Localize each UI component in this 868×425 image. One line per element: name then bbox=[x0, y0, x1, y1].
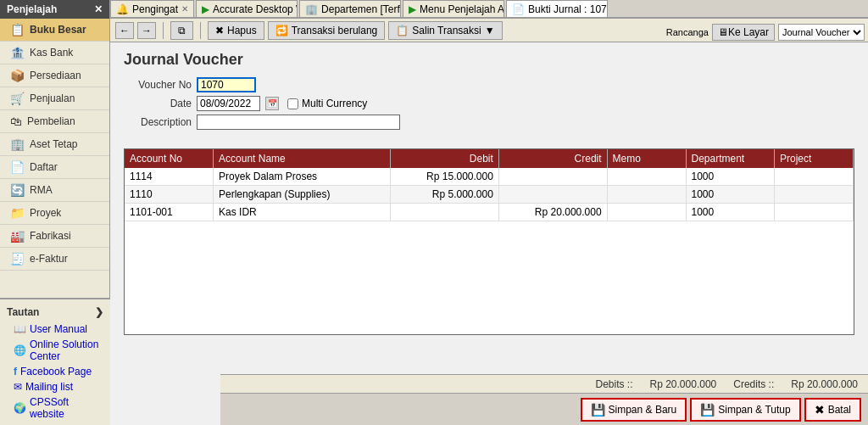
online-solution-icon: 🌐 bbox=[14, 344, 26, 356]
sidebar-link-online-solution[interactable]: 🌐 Online Solution Center bbox=[0, 337, 110, 364]
cell-acct-name: Kas IDR bbox=[214, 204, 391, 221]
user-manual-icon: 📖 bbox=[14, 323, 26, 335]
cell-acct-name: Proyek Dalam Proses bbox=[214, 168, 391, 186]
cell-acct-no: 1114 bbox=[125, 168, 214, 186]
form-area: Journal Voucher Voucher No Date 📅 Multi … bbox=[110, 42, 868, 142]
debits-label: Debits :: bbox=[595, 378, 632, 390]
back-button[interactable]: ← bbox=[115, 22, 134, 39]
voucher-no-input[interactable] bbox=[197, 77, 256, 92]
tab-bukti-jurnal[interactable]: 📄 Bukti Jurnal : 1070 ✕ bbox=[506, 0, 608, 17]
cell-department: 1000 bbox=[686, 186, 775, 204]
forward-button[interactable]: → bbox=[137, 22, 156, 39]
cell-debit bbox=[391, 204, 499, 221]
sidebar-item-label: Proyek bbox=[30, 207, 61, 219]
sidebar-item-kas-bank[interactable]: 🏦 Kas Bank bbox=[0, 42, 109, 64]
sidebar-item-aset-tetap[interactable]: 🏢 Aset Tetap bbox=[0, 133, 109, 156]
status-bar: Debits :: Rp 20.000.000 Credits :: Rp 20… bbox=[220, 374, 868, 393]
sidebar: Penjelajah ✕ 📋 Buku Besar 🏦 Kas Bank 📦 P… bbox=[0, 0, 110, 425]
sidebar-link-facebook[interactable]: f Facebook Page bbox=[0, 364, 110, 379]
table-row[interactable]: 1110 Perlengkapan (Supplies) Rp 5.000.00… bbox=[125, 186, 854, 204]
col-header-memo: Memo bbox=[607, 149, 686, 168]
daftar-icon: 📄 bbox=[10, 160, 25, 174]
table-row[interactable]: 1101-001 Kas IDR Rp 20.000.000 1000 bbox=[125, 204, 854, 221]
cell-debit: Rp 5.000.000 bbox=[391, 186, 499, 204]
cell-project bbox=[775, 204, 854, 221]
multi-currency-checkbox[interactable] bbox=[287, 98, 298, 109]
top-right-controls: Rancanga 🖥 Ke Layar Journal Voucher bbox=[666, 24, 865, 41]
col-header-acct-name: Account Name bbox=[214, 149, 391, 168]
copy-icon: ⧉ bbox=[178, 25, 186, 36]
sidebar-link-user-manual[interactable]: 📖 User Manual bbox=[0, 322, 110, 337]
multi-currency-label: Multi Currency bbox=[302, 98, 367, 109]
sidebar-close-icon[interactable]: ✕ bbox=[94, 3, 103, 15]
journal-table[interactable]: Account No Account Name Debit Credit Mem bbox=[124, 148, 854, 335]
tab-menu-penjelajah[interactable]: ▶ Menu Penjelajah Accur... ✕ bbox=[403, 0, 504, 17]
mailing-list-icon: ✉ bbox=[14, 381, 22, 393]
table-wrapper: Account No Account Name Debit Credit Mem bbox=[110, 148, 868, 335]
ke-layar-button[interactable]: 🖥 Ke Layar bbox=[712, 24, 775, 41]
tab-departemen[interactable]: 🏢 Departemen [Terfilter] ✕ bbox=[299, 0, 401, 17]
rancangan-label: Rancanga bbox=[666, 27, 709, 37]
sidebar-item-persediaan[interactable]: 📦 Persediaan bbox=[0, 64, 109, 87]
ke-layar-icon: 🖥 bbox=[718, 26, 728, 38]
transaksi-berulang-icon: 🔁 bbox=[275, 25, 288, 36]
sidebar-bottom: Tautan ❯ 📖 User Manual 🌐 Online Solution… bbox=[0, 298, 110, 425]
sidebar-item-daftar[interactable]: 📄 Daftar bbox=[0, 156, 109, 179]
hapus-icon: ✖ bbox=[215, 25, 224, 36]
sidebar-link-mailing-list[interactable]: ✉ Mailing list bbox=[0, 379, 110, 394]
sidebar-link-cpssoft[interactable]: 🌍 CPSSoft website bbox=[0, 394, 110, 422]
sidebar-item-rma[interactable]: 🔄 RMA bbox=[0, 179, 109, 202]
sidebar-item-label: Kas Bank bbox=[30, 47, 73, 59]
cell-credit bbox=[498, 186, 607, 204]
sidebar-item-label: Fabrikasi bbox=[30, 230, 71, 242]
transaksi-berulang-button[interactable]: 🔁 Transaksi berulang bbox=[268, 21, 386, 40]
sidebar-item-e-faktur[interactable]: 🧾 e-Faktur bbox=[0, 248, 109, 271]
calendar-button[interactable]: 📅 bbox=[265, 97, 279, 110]
sidebar-item-pembelian[interactable]: 🛍 Pembelian bbox=[0, 110, 109, 133]
salin-transaksi-icon: 📋 bbox=[396, 25, 409, 36]
salin-transaksi-button[interactable]: 📋 Salin Transaksi ▼ bbox=[388, 21, 502, 40]
proyek-icon: 📁 bbox=[10, 206, 25, 220]
voucher-no-label: Voucher No bbox=[124, 79, 192, 91]
persediaan-icon: 📦 bbox=[10, 69, 25, 82]
hapus-button[interactable]: ✖ Hapus bbox=[208, 21, 264, 40]
back-icon: ← bbox=[120, 25, 130, 36]
tab-close-pengingat[interactable]: ✕ bbox=[181, 4, 188, 14]
sidebar-item-label: Penjualan bbox=[30, 92, 75, 104]
simpan-tutup-button[interactable]: 💾 Simpan & Tutup bbox=[690, 398, 800, 422]
menu-penjelajah-tab-icon: ▶ bbox=[409, 3, 416, 15]
sidebar-title: Penjelajah bbox=[7, 3, 57, 15]
sidebar-item-buku-besar[interactable]: 📋 Buku Besar bbox=[0, 19, 109, 42]
voucher-no-row: Voucher No bbox=[124, 77, 854, 92]
description-row: Description bbox=[124, 115, 854, 130]
col-header-acct-no: Account No bbox=[125, 149, 214, 168]
forward-icon: → bbox=[142, 25, 152, 36]
kas-bank-icon: 🏦 bbox=[10, 46, 25, 59]
cell-credit bbox=[498, 168, 607, 186]
copy-button[interactable]: ⧉ bbox=[170, 21, 193, 40]
sidebar-item-proyek[interactable]: 📁 Proyek bbox=[0, 202, 109, 225]
sidebar-item-fabrikasi[interactable]: 🏭 Fabrikasi bbox=[0, 225, 109, 248]
tautan-collapse-icon[interactable]: ❯ bbox=[95, 306, 103, 318]
table-header-row: Account No Account Name Debit Credit Mem bbox=[125, 149, 854, 168]
batal-button[interactable]: ✖ Batal bbox=[804, 398, 861, 422]
table-row[interactable]: 1114 Proyek Dalam Proses Rp 15.000.000 1… bbox=[125, 168, 854, 186]
cell-memo bbox=[607, 204, 686, 221]
cell-memo bbox=[607, 186, 686, 204]
tab-pengingat[interactable]: 🔔 Pengingat ✕ bbox=[110, 0, 194, 17]
date-input[interactable] bbox=[197, 96, 260, 111]
simpan-baru-button[interactable]: 💾 Simpan & Baru bbox=[581, 398, 687, 422]
tab-bar: 🔔 Pengingat ✕ ▶ Accurate Desktop Welcome… bbox=[110, 0, 868, 19]
date-label: Date bbox=[124, 98, 192, 109]
sidebar-item-label: Persediaan bbox=[30, 70, 81, 81]
cell-memo bbox=[607, 168, 686, 186]
entries-table: Account No Account Name Debit Credit Mem bbox=[125, 149, 854, 221]
pengingat-tab-icon: 🔔 bbox=[116, 3, 129, 15]
description-input[interactable] bbox=[197, 115, 400, 130]
tab-accurate-desktop[interactable]: ▶ Accurate Desktop Welcome... ✕ bbox=[196, 0, 298, 17]
accurate-desktop-tab-icon: ▶ bbox=[202, 3, 209, 15]
sidebar-item-penjualan[interactable]: 🛒 Penjualan bbox=[0, 87, 109, 110]
sidebar-item-label: Daftar bbox=[30, 161, 58, 173]
layout-select[interactable]: Journal Voucher bbox=[778, 24, 865, 41]
date-row: Date 📅 Multi Currency bbox=[124, 96, 854, 111]
